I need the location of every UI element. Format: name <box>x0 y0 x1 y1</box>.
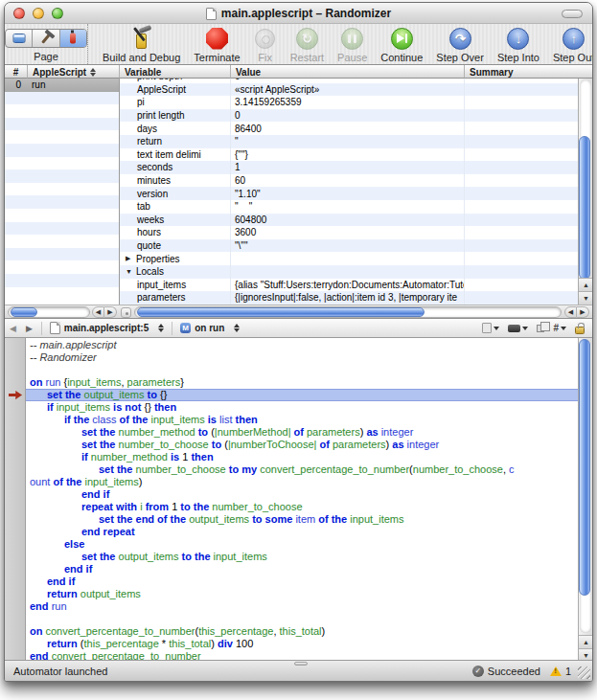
bookmarks-menu-button[interactable] <box>482 323 499 333</box>
hammer-icon <box>41 34 51 44</box>
minimize-button[interactable] <box>33 8 44 19</box>
continue-button[interactable]: Continue <box>374 27 429 63</box>
close-button[interactable] <box>13 8 25 19</box>
scroll-left-button[interactable]: ◀ <box>564 306 577 318</box>
toolbar-toggle-button[interactable] <box>562 10 583 18</box>
code-area[interactable]: -- main.applescript-- Randomizeron run {… <box>26 338 578 662</box>
header-num[interactable]: # <box>5 65 28 79</box>
variable-row[interactable]: ▶Properties <box>120 252 578 265</box>
variables-pane[interactable]: print depth0AppleScript«script AppleScri… <box>120 79 592 305</box>
execution-arrow-icon <box>9 391 22 399</box>
variable-row[interactable]: minutes60 <box>120 174 578 188</box>
variable-row[interactable]: version"1.10" <box>120 187 578 200</box>
variable-name-cell: text item delimi <box>120 148 231 162</box>
split-handle[interactable] <box>294 662 308 666</box>
counterpart-button[interactable] <box>537 325 544 332</box>
callstack-empty-row <box>5 183 119 196</box>
variable-name-cell: return <box>120 135 231 148</box>
variable-row[interactable]: hours3600 <box>120 226 578 239</box>
variable-summary-cell <box>465 187 578 200</box>
segment-build[interactable] <box>33 30 59 47</box>
code-editor[interactable]: -- main.applescript-- Randomizeron run {… <box>5 338 592 662</box>
variable-row[interactable]: input_items{alias "Stuff:Users:terrydon:… <box>120 279 578 292</box>
breakpoint-gutter[interactable] <box>5 338 26 662</box>
code-line: set the number_to_choose to my convert_p… <box>26 463 578 476</box>
scroll-up-button[interactable]: ▲ <box>579 278 592 291</box>
header-value[interactable]: Value <box>231 65 465 79</box>
status-bar: Automator launched ✓ Succeeded 1 <box>5 660 592 681</box>
warning-count[interactable]: 1 <box>565 666 571 677</box>
variable-row[interactable]: return" <box>120 135 578 148</box>
disclosure-collapsed-icon[interactable]: ▶ <box>126 255 133 262</box>
disclosure-expanded-icon[interactable]: ▼ <box>126 268 133 275</box>
header-summary[interactable]: Summary <box>465 65 592 79</box>
warning-icon[interactable] <box>550 666 562 676</box>
variable-summary-cell <box>465 291 578 305</box>
header-variable[interactable]: Variable <box>120 65 231 79</box>
variable-name: seconds <box>137 162 172 172</box>
debugger-table-header: # AppleScript Variable Value Summary <box>5 65 592 79</box>
variable-row[interactable]: seconds1 <box>120 161 578 174</box>
variable-row[interactable]: pi3.14159265359 <box>120 96 578 109</box>
scroll-right-button[interactable]: ▶ <box>104 306 117 318</box>
editor-vertical-scrollbar[interactable]: ▲ ▼ <box>578 338 592 662</box>
step-out-button[interactable]: ↑Step Out <box>546 27 593 63</box>
variable-summary-cell <box>465 279 578 292</box>
callstack-row[interactable]: 0run <box>5 79 119 92</box>
code-line: return (this_percentage * this_total) di… <box>26 638 578 650</box>
scrollbar-thumb[interactable] <box>137 307 425 317</box>
variable-row[interactable]: parameters{|ignoresInput|:false, |action… <box>120 291 578 305</box>
lock-icon[interactable] <box>575 327 585 334</box>
scope-popup[interactable]: M on run <box>176 323 243 333</box>
build-and-debug-button[interactable]: Build and Debug <box>96 27 187 63</box>
hammer-icon <box>130 27 153 50</box>
variable-row[interactable]: print length0 <box>120 109 578 123</box>
variables-hscrollbar[interactable] <box>134 306 562 318</box>
frame-name: run <box>26 79 45 90</box>
callstack-pane[interactable]: 0run <box>5 79 120 305</box>
variable-summary-cell <box>465 214 578 227</box>
step-into-button[interactable]: ↓Step Into <box>491 27 546 63</box>
scroll-left-button[interactable]: ◀ <box>92 306 104 318</box>
zoom-button[interactable] <box>52 8 63 19</box>
nav-back-button[interactable]: ◀ <box>5 324 21 333</box>
variable-row[interactable]: days86400 <box>120 122 578 135</box>
callstack-empty-row <box>5 144 119 157</box>
variable-value-cell: {alias "Stuff:Users:terrydon:Documents:A… <box>231 279 465 292</box>
scrollbar-thumb[interactable] <box>11 307 37 317</box>
variable-value-cell: {""} <box>231 148 465 162</box>
breakpoints-menu-button[interactable] <box>508 325 528 332</box>
dropdown-icon <box>561 327 566 330</box>
scroll-right-button[interactable]: ▶ <box>577 306 589 318</box>
variable-row[interactable]: text item delimi{""} <box>120 148 578 162</box>
scrollbar-thumb[interactable] <box>579 339 590 596</box>
header-applescript[interactable]: AppleScript <box>28 65 120 79</box>
scrollbar-thumb[interactable] <box>579 136 590 280</box>
nav-forward-button[interactable]: ▶ <box>21 324 37 333</box>
variable-name: parameters <box>137 292 186 303</box>
markers-menu-button[interactable]: # <box>553 323 566 333</box>
variable-row[interactable]: tab" " <box>120 200 578 214</box>
callstack-hscrollbar[interactable] <box>8 306 90 318</box>
scroll-down-button[interactable]: ▼ <box>579 291 592 305</box>
page-control-group: Page <box>5 24 88 64</box>
resize-grip[interactable] <box>578 666 590 679</box>
file-popup[interactable]: main.applescript:5 <box>46 322 168 334</box>
xcode-window: main.applescript – Randomizer Page Build… <box>4 2 593 682</box>
variable-row[interactable]: ▼Locals <box>120 265 578 279</box>
pane-splitter-button[interactable] <box>121 307 131 318</box>
title-bar[interactable]: main.applescript – Randomizer <box>5 3 592 24</box>
variable-row[interactable]: weeks604800 <box>120 214 578 227</box>
variable-name: pi <box>137 97 145 107</box>
variable-summary-cell <box>465 174 578 188</box>
variables-vertical-scrollbar[interactable]: ▲ ▼ <box>578 79 592 305</box>
code-line: on run {input_items, parameters} <box>26 376 578 389</box>
terminate-button[interactable]: Terminate <box>187 27 246 63</box>
page-segmented-control[interactable] <box>5 29 87 48</box>
variable-row[interactable]: AppleScript«script AppleScript» <box>120 83 578 97</box>
segment-debug[interactable] <box>60 30 86 47</box>
step-over-button[interactable]: ↷Step Over <box>429 27 491 63</box>
variable-row[interactable]: quote"\"" <box>120 239 578 253</box>
scroll-up-button[interactable]: ▲ <box>579 635 592 648</box>
segment-editor[interactable] <box>6 30 33 47</box>
